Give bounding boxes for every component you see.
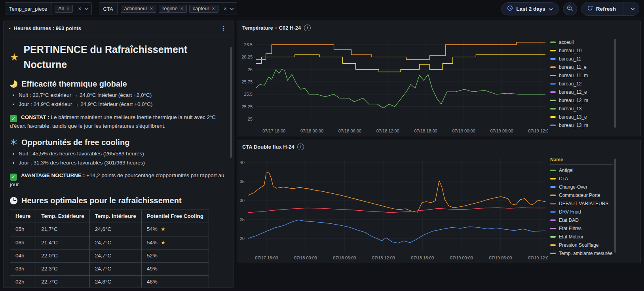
legend-item[interactable]: DRV Froid (550, 208, 640, 216)
legend-item[interactable]: Commutateur Porte (550, 191, 640, 199)
table-cell: 24,7°C (89, 249, 141, 262)
legend-name-header[interactable]: Name (550, 157, 613, 165)
zoom-out-button[interactable] (563, 2, 577, 15)
table-cell: 06h (10, 236, 36, 249)
filter-chip[interactable]: All× (55, 5, 73, 13)
time-range-label: Last 2 days (516, 6, 545, 12)
legend-item[interactable]: bureau_12 (550, 79, 640, 88)
star-icon: ★ (161, 240, 165, 246)
series-color-swatch (550, 219, 556, 221)
panel-header[interactable]: • Heures diurnes : 963 points ⋮ (4, 21, 233, 36)
chip-remove-icon[interactable]: × (212, 6, 215, 11)
legend-item[interactable]: Etat Moteur (550, 232, 640, 241)
legend-item[interactable]: Change-Over (550, 183, 640, 191)
section-heading-thermal: Efficacité thermique globale (10, 78, 224, 90)
table-cell: 02h (10, 276, 36, 287)
legend-item[interactable]: bureau_11_e (550, 63, 640, 71)
chip-remove-icon[interactable]: × (150, 6, 153, 11)
main-heading: ★ PERTINENCE du Rafraîchissement Nocturn… (10, 42, 224, 72)
table-header-cell: Potentiel Free Cooling (141, 210, 209, 223)
legend-item[interactable]: acceuil (550, 38, 640, 46)
chip-remove-icon[interactable]: × (180, 6, 183, 11)
info-icon[interactable]: i (297, 144, 304, 150)
bullet-item: Jour : 24,9°C extérieur → 24,9°C intérie… (19, 100, 224, 108)
time-range-picker[interactable]: Last 2 days (501, 2, 559, 15)
legend-item[interactable]: Pression Soufflage (550, 241, 640, 249)
table-header-row: HeureTemp. ExtérieureTemp. IntérieurePot… (10, 210, 209, 223)
chart-canvas[interactable]: 07/17 18:0007/18 00:0007/18 06:0007/18 1… (237, 154, 548, 263)
legend-item[interactable]: bureau_13_m (550, 121, 640, 129)
series-name: acceuil (559, 40, 574, 45)
series-name: bureau_11_e (559, 64, 587, 70)
chevron-down-icon (549, 6, 553, 12)
filter-chip[interactable]: regime× (159, 5, 187, 13)
series-color-swatch (550, 228, 556, 229)
refresh-control: Refresh (581, 2, 639, 16)
legend-item[interactable]: bureau_11 (550, 55, 640, 63)
section-heading-heures-optimales: Heures optimales pour le rafraîchissemen… (10, 195, 224, 206)
panel-header[interactable]: CTA Double flux H-24 i (237, 140, 640, 154)
chevron-down-icon[interactable] (229, 8, 237, 10)
series-name: Change-Over (559, 184, 587, 190)
refresh-icon (587, 5, 593, 12)
legend-item[interactable]: Temp. ambiante mesurée (550, 249, 640, 257)
legend-item[interactable]: bureau_12_e (550, 88, 640, 96)
legend-list: NameAntigelCTAChange-OverCommutateur Por… (550, 157, 640, 257)
freecooling-bullet-list: Nuit : 45,5% des heures favorables (265/… (10, 150, 224, 167)
chart-plot-area[interactable]: 07/17 18:0007/18 00:0007/18 06:0007/18 1… (237, 154, 548, 263)
svg-text:07/19 00:00: 07/19 00:00 (450, 255, 473, 260)
filter-chip[interactable]: capteur× (189, 5, 218, 13)
scrollbar-thumb[interactable] (614, 159, 616, 253)
variable-value-chips[interactable]: All× (51, 5, 76, 13)
svg-text:25.25: 25.25 (241, 104, 253, 109)
chevron-down-icon[interactable] (84, 8, 91, 10)
legend-item[interactable]: Etat Filtres (550, 224, 640, 232)
legend-item[interactable]: bureau_13 (550, 104, 640, 113)
refresh-button[interactable]: Refresh (581, 2, 620, 15)
legend-item[interactable]: bureau_12_m (550, 96, 640, 104)
series-line (248, 172, 545, 212)
series-name: bureau_12 (559, 81, 581, 87)
legend-item[interactable]: bureau_13_e (550, 113, 640, 121)
clear-all-icon[interactable]: × (222, 6, 229, 12)
series-name: Pression Soufflage (559, 242, 599, 248)
legend-item[interactable]: bureau_11_m (550, 71, 640, 79)
series-line (256, 70, 545, 108)
svg-text:07/19 12:00: 07/19 12:00 (528, 128, 548, 133)
table-cell: 24,8°C (89, 276, 141, 287)
scrollbar-thumb[interactable] (230, 47, 232, 158)
avantage-paragraph: ✓AVANTAGE NOCTURNE :+14,2 points de pour… (10, 172, 224, 189)
info-icon[interactable]: i (304, 25, 311, 31)
dashboard-toolbar: Temp_par_piece All× × CTA actionneur×reg… (0, 0, 644, 17)
legend-item[interactable]: CTA (550, 174, 640, 183)
check-icon: ✓ (10, 174, 17, 181)
series-color-swatch (550, 58, 556, 60)
refresh-interval-dropdown[interactable] (627, 2, 639, 15)
panel-menu-icon[interactable]: ⋮ (218, 25, 228, 32)
series-color-swatch (550, 211, 556, 213)
variable-label: Temp_par_piece (5, 3, 51, 15)
variable-value-chips[interactable]: actionneur×regime×capteur× (118, 5, 222, 13)
filter-chip-label: capteur (193, 6, 209, 11)
table-cell-potentiel: 54%★ (141, 236, 209, 249)
panel-header[interactable]: Température + C02 H-24 i (237, 21, 640, 35)
legend-list: acceuilbureau_10bureau_11bureau_11_ebure… (550, 38, 640, 129)
chart-plot-area[interactable]: 07/17 18:0007/18 00:0007/18 06:0007/18 1… (237, 35, 548, 136)
svg-text:25.5: 25.5 (244, 92, 253, 96)
svg-text:07/19 06:00: 07/19 06:00 (489, 255, 512, 260)
clear-all-icon[interactable]: × (76, 6, 83, 12)
legend-item[interactable]: Antigel (550, 166, 640, 174)
moon-icon (10, 80, 17, 88)
series-color-swatch (550, 66, 556, 68)
table-cell-potentiel: 48% (141, 276, 209, 287)
svg-text:25: 25 (248, 117, 253, 121)
filter-chip[interactable]: actionneur× (121, 5, 157, 13)
legend-item[interactable]: DEFAUT VARIATEURS (550, 199, 640, 208)
legend-item[interactable]: Etat DAD (550, 216, 640, 224)
scrollbar-thumb[interactable] (614, 39, 616, 128)
chart-canvas[interactable]: 07/17 18:0007/18 00:0007/18 06:0007/18 1… (237, 35, 548, 136)
clock-icon (10, 197, 17, 204)
legend-item[interactable]: bureau_10 (550, 46, 640, 55)
table-cell: 05h (10, 223, 36, 236)
chip-remove-icon[interactable]: × (66, 6, 69, 11)
